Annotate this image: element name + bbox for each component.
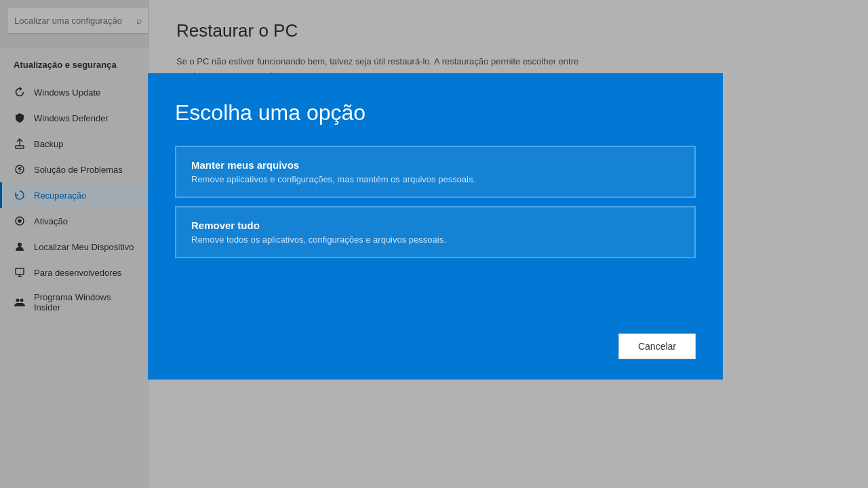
dialog-title: Escolha uma opção [175, 100, 696, 125]
keep-files-option[interactable]: Manter meus arquivos Remove aplicativos … [175, 146, 696, 198]
dialog-footer: Cancelar [175, 320, 696, 359]
remove-all-desc: Remove todos os aplicativos, configuraçõ… [191, 235, 679, 245]
remove-all-title: Remover tudo [191, 220, 679, 231]
keep-files-desc: Remove aplicativos e configurações, mas … [191, 174, 679, 184]
keep-files-title: Manter meus arquivos [191, 159, 679, 171]
remove-all-option[interactable]: Remover tudo Remove todos os aplicativos… [175, 206, 696, 258]
cancel-button[interactable]: Cancelar [618, 333, 696, 359]
reset-dialog: Escolha uma opção Manter meus arquivos R… [148, 73, 723, 380]
